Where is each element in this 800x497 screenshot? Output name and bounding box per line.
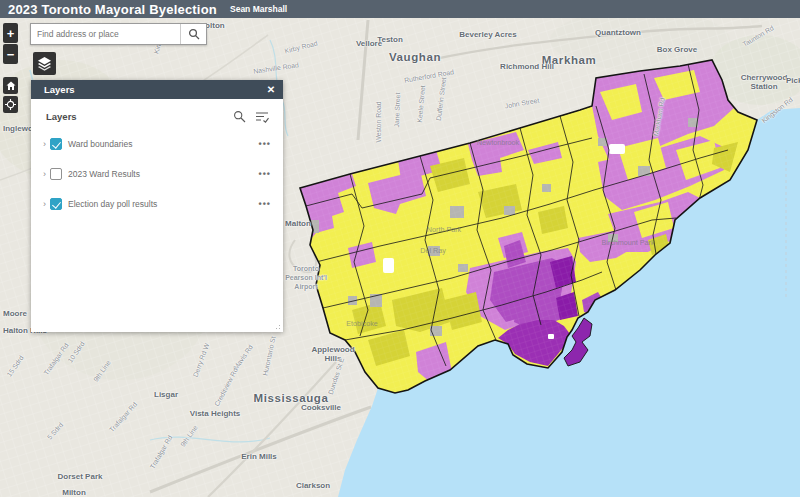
layers-panel-title: Layers — [44, 84, 259, 95]
locate-icon — [5, 99, 16, 110]
home-icon — [6, 81, 16, 91]
layers-panel-header[interactable]: Layers ✕ — [31, 80, 283, 99]
layers-panel: Layers ✕ Layers › Ward boundaries ••• — [31, 80, 283, 332]
layer-row-2023-ward-results[interactable]: › 2023 Ward Results ••• — [31, 159, 283, 189]
app-header: 2023 Toronto Mayoral Byelection Sean Mar… — [0, 0, 800, 18]
ward-boundaries-checkbox[interactable] — [50, 138, 62, 150]
layer-menu-icon[interactable]: ••• — [259, 139, 271, 149]
layers-icon — [37, 56, 52, 71]
layer-label[interactable]: 2023 Ward Results — [68, 169, 259, 179]
zoom-control: + − — [3, 23, 18, 64]
expand-icon[interactable]: › — [43, 199, 50, 209]
layer-row-election-day-poll-results[interactable]: › Election day poll results ••• — [31, 189, 283, 219]
search-input[interactable] — [31, 24, 180, 44]
search-box — [30, 23, 207, 45]
zoom-in-button[interactable]: + — [3, 23, 18, 43]
app-title: 2023 Toronto Mayoral Byelection — [8, 2, 217, 17]
search-icon — [188, 28, 200, 40]
layers-widget-button[interactable] — [33, 52, 56, 75]
home-button[interactable] — [3, 77, 18, 94]
layer-label[interactable]: Ward boundaries — [68, 139, 259, 149]
layer-list-title: Layers — [46, 111, 233, 122]
expand-icon[interactable]: › — [43, 169, 50, 179]
ward-results-checkbox[interactable] — [50, 168, 62, 180]
filter-list-icon[interactable] — [255, 110, 269, 123]
locate-button[interactable] — [3, 96, 18, 113]
layer-menu-icon[interactable]: ••• — [259, 199, 271, 209]
election-day-poll-results-checkbox[interactable] — [50, 198, 62, 210]
user-name[interactable]: Sean Marshall — [230, 0, 287, 18]
search-submit-button[interactable] — [180, 24, 206, 44]
expand-icon[interactable]: › — [43, 139, 50, 149]
zoom-out-button[interactable]: − — [3, 44, 18, 64]
layer-label[interactable]: Election day poll results — [68, 199, 259, 209]
layer-row-ward-boundaries[interactable]: › Ward boundaries ••• — [31, 129, 283, 159]
panel-resize-handle[interactable] — [273, 322, 280, 329]
close-icon[interactable]: ✕ — [259, 84, 283, 95]
layer-menu-icon[interactable]: ••• — [259, 169, 271, 179]
layers-panel-body: Layers › Ward boundaries ••• › 2023 Ward — [31, 99, 283, 332]
layer-search-icon[interactable] — [233, 110, 246, 123]
